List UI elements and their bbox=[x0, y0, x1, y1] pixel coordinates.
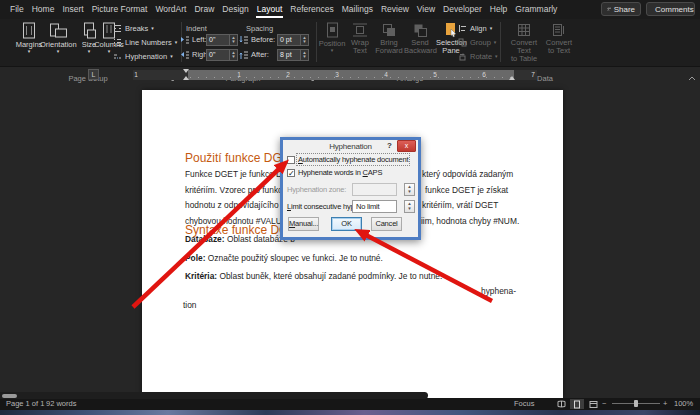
spacing-before-value[interactable]: 0 pt bbox=[277, 34, 301, 46]
dialog-help-button[interactable]: ? bbox=[387, 141, 392, 150]
tab-home[interactable]: Home bbox=[28, 0, 59, 19]
web-layout-icon bbox=[589, 400, 598, 409]
wrap-text-button[interactable]: Wrap Text bbox=[346, 21, 374, 63]
ruler-number: 7 bbox=[531, 71, 535, 78]
zoom-slider-thumb[interactable] bbox=[634, 400, 638, 407]
limit-hyphens-input[interactable]: No limit bbox=[352, 200, 397, 213]
zoom-out-button[interactable]: − bbox=[602, 398, 606, 410]
spacing-before-stepper[interactable]: 0 pt ▲▼ bbox=[277, 34, 309, 46]
spacing-after-stepper[interactable]: 8 pt ▲▼ bbox=[277, 49, 309, 61]
tab-view[interactable]: View bbox=[413, 0, 439, 19]
stepper-arrows-icon[interactable]: ▲▼ bbox=[301, 49, 309, 61]
comments-button[interactable]: Comments bbox=[646, 2, 695, 16]
tab-references[interactable]: References bbox=[286, 0, 337, 19]
right-indent-marker[interactable] bbox=[509, 76, 515, 80]
hyphenate-caps-checkbox[interactable]: ✓ bbox=[287, 169, 295, 177]
zoom-level[interactable]: 100% bbox=[674, 398, 693, 410]
tab-stop-selector[interactable]: L bbox=[88, 69, 99, 80]
doc-paragraph-line: kritériím. Vzorec pro funkci D bbox=[185, 185, 293, 195]
doc-paragraph-line: funkce DGET je získat bbox=[425, 185, 508, 195]
chevron-down-icon: ▾ bbox=[495, 54, 498, 58]
manual-button[interactable]: Manual... bbox=[288, 217, 319, 231]
breaks-button[interactable]: Breaks ▾ bbox=[113, 22, 154, 34]
indent-left-stepper[interactable]: 0" ▲▼ bbox=[206, 34, 238, 46]
indent-left-value[interactable]: 0" bbox=[206, 34, 230, 46]
stepper-arrows-icon[interactable]: ▲▼ bbox=[230, 34, 238, 46]
convert-text-to-table-icon bbox=[516, 22, 532, 38]
page-indicator[interactable]: Page 1 of 1 bbox=[6, 398, 44, 410]
doc-paragraph-line: kritériím, vrátí DGET bbox=[422, 200, 498, 210]
read-mode-button[interactable] bbox=[554, 399, 568, 409]
spacing-title: Spacing bbox=[246, 24, 273, 33]
horizontal-scrollbar[interactable] bbox=[0, 392, 428, 399]
indent-right-icon bbox=[180, 50, 190, 60]
convert-text-to-table-button[interactable]: Convert Text to Table bbox=[505, 21, 543, 63]
share-icon bbox=[607, 5, 611, 13]
tab-picture-format[interactable]: Picture Format bbox=[88, 0, 152, 19]
group-label-data: Data bbox=[537, 74, 553, 83]
tab-draw[interactable]: Draw bbox=[190, 0, 218, 19]
word-count[interactable]: 92 words bbox=[46, 398, 76, 410]
spacing-after-value[interactable]: 8 pt bbox=[277, 49, 301, 61]
share-label: Share bbox=[614, 5, 635, 14]
indent-left-label: Left: bbox=[192, 34, 207, 46]
tab-grammarly[interactable]: Grammarly bbox=[511, 0, 561, 19]
word-window: File Home Insert Picture Format WordArt … bbox=[0, 0, 700, 415]
tab-mailings[interactable]: Mailings bbox=[338, 0, 377, 19]
group-button[interactable]: Group ▾ bbox=[458, 36, 496, 48]
align-button[interactable]: Align ▾ bbox=[458, 22, 492, 34]
line-numbers-button[interactable]: Line Numbers ▾ bbox=[113, 36, 177, 48]
web-layout-button[interactable] bbox=[586, 399, 600, 409]
spacing-after-icon bbox=[239, 50, 249, 60]
tab-wordart[interactable]: WordArt bbox=[151, 0, 190, 19]
share-button[interactable]: Share bbox=[601, 2, 641, 16]
limit-hyphens-stepper[interactable]: ▲▼ bbox=[404, 200, 415, 213]
print-layout-button[interactable] bbox=[570, 399, 584, 409]
status-bar: Page 1 of 1 92 words Focus − + 100% bbox=[0, 398, 700, 410]
tab-developer[interactable]: Developer bbox=[439, 0, 486, 19]
first-line-indent-marker[interactable] bbox=[183, 69, 189, 73]
hyphenation-dialog: Hyphenation ? x Automatically hyphenate … bbox=[280, 137, 421, 240]
stepper-arrows-icon[interactable]: ▲▼ bbox=[230, 49, 238, 61]
dialog-close-button[interactable]: x bbox=[397, 140, 416, 152]
group-label: Group bbox=[470, 38, 491, 47]
ruler-number: 5 bbox=[433, 71, 437, 78]
ruler-number: 4 bbox=[384, 71, 388, 78]
bring-forward-label2: Forward bbox=[375, 46, 403, 55]
align-label: Align bbox=[470, 24, 487, 33]
bring-forward-icon bbox=[381, 22, 397, 38]
stepper-arrows-icon[interactable]: ▲▼ bbox=[301, 34, 309, 46]
doc-term-line: Pole: Označte použitý sloupec ve funkci.… bbox=[185, 253, 383, 263]
ok-button[interactable]: OK bbox=[331, 217, 362, 231]
horizontal-scrollbar-thumb[interactable] bbox=[2, 394, 17, 398]
comments-label: Comments bbox=[655, 5, 694, 14]
auto-hyphenate-label[interactable]: Automatically hyphenate document bbox=[298, 155, 408, 164]
zoom-in-button[interactable]: + bbox=[663, 398, 667, 410]
rotate-button[interactable]: Rotate ▾ bbox=[458, 50, 498, 62]
convert-to-text-button[interactable]: Convert to Text bbox=[543, 21, 575, 63]
focus-button[interactable]: Focus bbox=[514, 398, 534, 410]
orientation-button[interactable]: Orientation ▾ bbox=[40, 21, 76, 63]
doc-paragraph-line: který odpovídá zadaným bbox=[422, 169, 513, 179]
tab-help[interactable]: Help bbox=[486, 0, 511, 19]
collapse-ribbon-icon[interactable] bbox=[688, 76, 696, 81]
horizontal-ruler[interactable]: 1 1 2 3 4 5 6 7 bbox=[133, 70, 537, 80]
tab-file[interactable]: File bbox=[6, 0, 28, 19]
tab-layout[interactable]: Layout bbox=[253, 0, 287, 19]
tab-design[interactable]: Design bbox=[218, 0, 252, 19]
hyphenation-zone-stepper: ▲▼ bbox=[404, 183, 415, 196]
indent-right-stepper[interactable]: 0" ▲▼ bbox=[206, 49, 238, 61]
bring-forward-button[interactable]: Bring Forward bbox=[374, 21, 404, 63]
tab-review[interactable]: Review bbox=[377, 0, 413, 19]
position-button[interactable]: Position ▾ bbox=[318, 21, 346, 63]
hyphenate-caps-label[interactable]: Hyphenate words in CAPS bbox=[298, 168, 382, 177]
send-backward-button[interactable]: Send Backward bbox=[404, 21, 436, 63]
tab-insert[interactable]: Insert bbox=[58, 0, 87, 19]
rotate-label: Rotate bbox=[470, 52, 492, 61]
rotate-icon bbox=[458, 52, 467, 61]
auto-hyphenate-checkbox[interactable] bbox=[287, 156, 295, 164]
hanging-indent-marker[interactable] bbox=[183, 76, 189, 80]
cancel-button[interactable]: Cancel bbox=[371, 217, 402, 231]
indent-right-value[interactable]: 0" bbox=[206, 49, 230, 61]
hyphenation-button[interactable]: Hyphenation ▾ bbox=[113, 50, 173, 62]
